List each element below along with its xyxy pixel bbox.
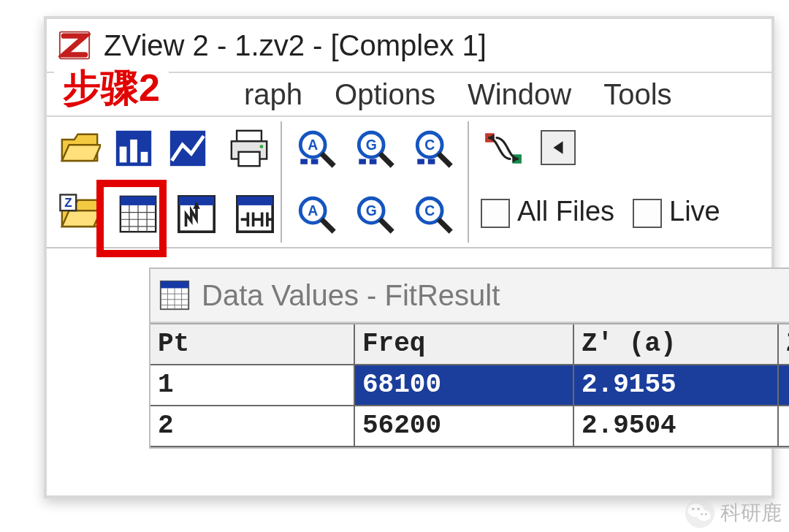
svg-text:C: C <box>424 203 435 218</box>
svg-line-56 <box>380 219 392 232</box>
svg-rect-44 <box>237 197 272 205</box>
svg-rect-6 <box>237 131 262 142</box>
svg-line-53 <box>321 219 334 232</box>
wechat-icon <box>684 497 716 529</box>
svg-point-71 <box>697 510 710 521</box>
col-zb-partial[interactable]: Z <box>779 324 789 365</box>
svg-point-74 <box>701 513 703 515</box>
circuit-button[interactable] <box>231 190 279 238</box>
chart-2-button[interactable] <box>164 124 212 172</box>
data-values-window: Data Values - FitResult Pt Freq Z' (a) Z… <box>149 267 789 449</box>
svg-rect-8 <box>239 152 260 166</box>
menu-options[interactable]: Options <box>335 78 435 111</box>
data-values-title: Data Values - FitResult <box>202 279 500 312</box>
svg-line-11 <box>321 153 334 166</box>
svg-rect-23 <box>417 159 424 164</box>
live-label: Live <box>669 196 720 227</box>
menu-graph[interactable]: raph <box>244 78 302 111</box>
col-freq[interactable]: Freq <box>355 324 574 365</box>
svg-point-9 <box>260 145 264 148</box>
all-files-label: All Files <box>517 196 614 227</box>
svg-rect-62 <box>161 281 188 289</box>
svg-text:Z: Z <box>64 196 72 210</box>
open-button[interactable] <box>56 124 104 172</box>
svg-rect-33 <box>121 197 156 205</box>
svg-text:A: A <box>308 203 318 218</box>
svg-line-21 <box>438 153 451 166</box>
insert-chart-button[interactable] <box>172 190 221 238</box>
svg-rect-4 <box>141 152 148 163</box>
table-cell-more[interactable] <box>779 406 789 447</box>
col-pt[interactable]: Pt <box>150 324 355 365</box>
zoom-c-all-button[interactable]: C <box>409 124 457 172</box>
svg-text:G: G <box>366 203 377 218</box>
zoom-g-all-button[interactable]: G <box>351 124 399 172</box>
svg-rect-2 <box>120 147 127 163</box>
toolbar: A G C Z A G <box>47 117 771 248</box>
chart-1-button[interactable] <box>110 124 158 172</box>
table-cell-freq[interactable]: 56200 <box>355 406 574 447</box>
step-annotation: 步骤2 <box>54 64 169 115</box>
svg-marker-29 <box>554 141 563 153</box>
menu-window[interactable]: Window <box>468 78 571 111</box>
table-cell-more[interactable] <box>779 365 789 406</box>
live-checkbox[interactable] <box>633 199 662 228</box>
watermark: 科研鹿 <box>684 497 782 529</box>
data-table: Pt Freq Z' (a) Z 1 68100 2.9155 2 56200 … <box>150 323 789 447</box>
svg-text:A: A <box>308 137 318 153</box>
table-cell-freq[interactable]: 68100 <box>355 365 574 406</box>
svg-rect-13 <box>300 159 308 164</box>
table-cell-pt[interactable]: 2 <box>150 406 355 447</box>
watermark-text: 科研鹿 <box>720 499 782 527</box>
svg-rect-24 <box>428 159 435 164</box>
svg-line-59 <box>438 219 451 232</box>
zoom-a-button[interactable]: A <box>292 190 340 238</box>
svg-rect-18 <box>359 159 366 164</box>
svg-rect-3 <box>130 140 137 162</box>
open-z-button[interactable]: Z <box>56 190 104 238</box>
table-cell-pt[interactable]: 1 <box>150 365 355 406</box>
window-title: ZView 2 - 1.zv2 - [Complex 1] <box>104 29 487 62</box>
svg-point-72 <box>692 508 695 511</box>
svg-line-16 <box>380 153 392 166</box>
data-grid-button[interactable] <box>114 190 162 238</box>
menu-bar: 步骤2 raph Options Window Tools <box>47 73 771 117</box>
app-icon <box>58 29 91 61</box>
prev-button[interactable] <box>541 130 576 165</box>
svg-text:G: G <box>366 137 377 153</box>
zoom-g-button[interactable]: G <box>351 190 399 238</box>
table-cell-za[interactable]: 2.9504 <box>574 406 779 447</box>
svg-rect-14 <box>311 159 319 164</box>
zoom-a-all-button[interactable]: A <box>292 124 340 172</box>
svg-text:C: C <box>424 137 435 153</box>
menu-tools[interactable]: Tools <box>603 78 671 111</box>
all-files-checkbox[interactable] <box>481 199 510 228</box>
print-button[interactable] <box>225 124 273 172</box>
zoom-c-button[interactable]: C <box>409 190 457 238</box>
svg-point-75 <box>705 513 707 515</box>
svg-point-73 <box>697 508 700 511</box>
table-cell-za[interactable]: 2.9155 <box>574 365 779 406</box>
data-grid-icon <box>158 278 191 312</box>
svg-rect-19 <box>370 159 377 164</box>
col-za[interactable]: Z' (a) <box>574 324 779 365</box>
swap-data-button[interactable] <box>478 124 529 172</box>
data-values-titlebar[interactable]: Data Values - FitResult <box>150 269 789 323</box>
